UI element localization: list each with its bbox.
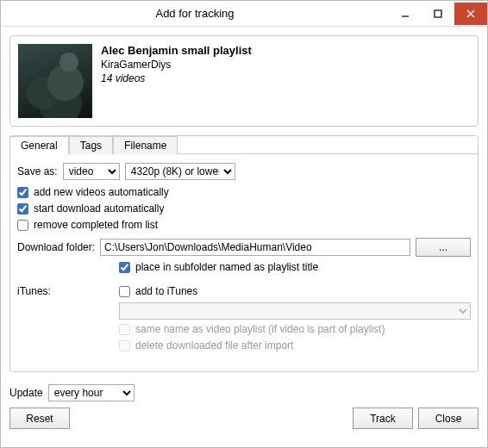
itunes-playlist-select [119,302,471,320]
save-as-label: Save as: [17,165,58,177]
maximize-button[interactable] [422,3,454,25]
start-download-checkbox[interactable] [17,203,28,215]
same-name-checkbox [119,324,130,335]
quality-select[interactable]: 4320p (8K) or lower [125,163,235,180]
tab-general[interactable]: General [9,136,69,154]
window-controls [389,3,487,25]
reset-button[interactable]: Reset [9,408,70,429]
subfolder-checkbox[interactable] [119,262,130,273]
subfolder-label: place in subfolder named as playlist tit… [135,261,318,273]
remove-completed-label: remove completed from list [34,219,158,231]
download-folder-input[interactable] [100,239,410,256]
tabs-bar: General Tags Filename [9,135,478,153]
track-button[interactable]: Track [353,408,413,429]
tab-tags[interactable]: Tags [69,136,113,154]
close-button[interactable] [454,3,487,25]
delete-after-import-checkbox [119,340,130,352]
minimize-button[interactable] [389,3,422,25]
playlist-info-box: Alec Benjamin small playlist KiraGamerDi… [9,35,479,127]
tab-filename[interactable]: Filename [113,136,178,154]
add-to-itunes-label: add to iTunes [135,285,197,297]
tabs-container: General Tags Filename Save as: video 432… [9,135,479,372]
playlist-thumbnail [18,44,92,118]
browse-button[interactable]: ... [416,238,471,257]
playlist-title: Alec Benjamin small playlist [101,44,252,57]
start-download-label: start download automatically [34,202,164,215]
add-to-itunes-checkbox[interactable] [119,286,130,297]
update-interval-select[interactable]: every hour [48,384,135,401]
download-folder-label: Download folder: [17,241,95,253]
same-name-label: same name as video playlist (if video is… [135,323,385,335]
add-new-videos-checkbox[interactable] [17,187,28,198]
playlist-author: KiraGamerDiys [101,59,252,71]
update-label: Update [9,387,43,399]
svg-rect-1 [435,10,441,17]
close-dialog-button[interactable]: Close [418,408,479,429]
tab-body-general: Save as: video 4320p (8K) or lower add n… [10,153,478,371]
window-title: Add for tracking [1,7,389,20]
format-select[interactable]: video [63,163,120,180]
titlebar: Add for tracking [1,1,487,27]
add-new-videos-label: add new videos automatically [34,186,169,198]
delete-after-import-label: delete downloaded file after import [135,339,293,352]
playlist-video-count: 14 videos [101,72,252,84]
itunes-label: iTunes: [17,285,114,356]
remove-completed-checkbox[interactable] [17,220,28,231]
